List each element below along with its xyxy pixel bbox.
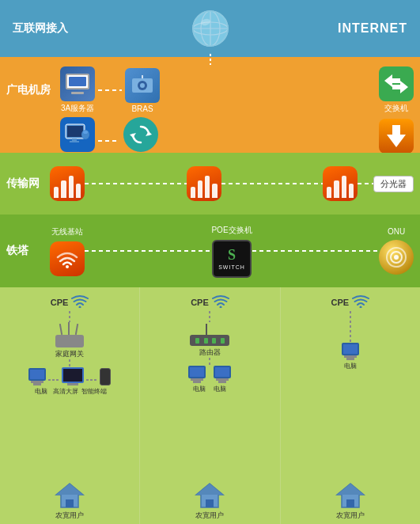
management-svg [65,123,90,146]
monitor-stand-base [71,92,84,94]
pc-stand [33,383,41,385]
svg-point-18 [83,131,88,134]
onu-icon [379,240,414,275]
bras-label: BRAS [131,104,153,113]
wireless-base-item: 无线基站 [50,226,85,276]
col2-devices-row [188,366,231,383]
col1-dev-label-3: 智能终端 [81,387,107,396]
splitter-item: 分光器 [373,176,414,192]
rport-2 [204,338,208,344]
rport-1 [195,338,199,344]
col1-device-mobile [100,368,111,385]
transport-dash-1 [85,183,187,184]
svg-point-26 [79,306,81,309]
internet-label: 互联网接入 [13,21,68,36]
wireless-base-icon [50,241,85,276]
transport-bar-1 [50,166,85,201]
wifi-svg [56,249,78,268]
col3-house-item: 农宽用户 [335,482,365,521]
col2-house-svg [195,482,225,509]
svg-rect-14 [67,126,83,137]
bar-3a [327,187,331,198]
bar-2d [212,184,217,198]
col1-user-label: 农宽用户 [55,511,84,521]
pc3-stand [218,381,226,383]
datacenter-section: 广电机房 3A服务器 [0,62,420,153]
onu-item: ONU [379,227,414,275]
home-col-3: CPE [281,287,420,524]
svg-rect-32 [206,499,214,507]
transport-icons: 分光器 [50,166,414,201]
bar-3c [342,176,346,198]
col1-dev-label-2: 高清大屏 [53,387,78,396]
switch-item: 交换机 [379,66,414,114]
globe-icon [190,8,231,49]
col3-v-dash-1 [350,311,351,343]
col3-wifi-signal [352,294,369,311]
col3-cpe-row: CPE [331,294,370,311]
dash-mgmt-wc [98,140,118,142]
col1-house-svg [55,482,85,509]
tower-icons: 无线基站 POE交换机 S SWITCH [50,225,414,278]
col2-device-pc2 [214,366,231,383]
svg-rect-16 [70,141,79,142]
dash-3a-bras [98,89,122,91]
bar-1b [61,180,66,198]
col1-gateway-icon [54,322,85,347]
onu-svg [385,246,407,268]
col1-device-tv [62,367,84,385]
svg-point-30 [219,306,221,309]
switch-label: 交换机 [384,103,408,114]
bras-svg-icon [131,74,154,97]
col1-dev-label-1: 电脑 [32,387,50,396]
col1-device-labels: 电脑 高清大屏 智能终端 [32,387,107,396]
internet-icon-group [190,8,231,49]
wc-svg [130,123,152,146]
col2-wifi-signal [212,294,229,311]
home-col-1: CPE [0,287,140,524]
col2-device-labels: 电脑 电脑 [193,385,226,393]
col3-house-svg [335,482,365,509]
svg-rect-15 [72,139,77,141]
pc2-stand [193,381,201,383]
col2-dev-label-1: 电脑 [193,385,206,393]
col2-router-label: 路由器 [199,347,221,358]
switch-letter: S [228,248,236,262]
rport-3 [212,338,216,344]
col2-v-dash-1 [209,311,210,322]
col1-cpe-row: CPE [51,294,89,311]
col3-cpe-label: CPE [331,298,350,307]
col2-cpe-row: CPE [191,294,229,311]
rport-4 [221,338,225,344]
poe-switch-icon: S SWITCH [212,240,252,278]
svg-rect-28 [66,499,74,507]
col3-dev-label-1: 电脑 [344,362,357,370]
pc2-screen [188,366,206,378]
3a-server-item: 3A服务器 [60,66,95,114]
switch-text: SWITCH [218,264,245,270]
gw-ant-2 [68,322,70,335]
3a-server-icon [60,66,95,101]
home-section: CPE [0,287,420,524]
tower-dash-2 [252,250,379,252]
bar-3b [334,180,339,198]
col3-device-labels: 电脑 [344,362,357,370]
mobile-body [100,368,111,385]
internet-section: 互联网接入 INTERNET [0,0,420,57]
svg-marker-37 [337,484,364,495]
col1-dash-dev-2 [86,379,97,381]
tower-section: 铁塔 无线基站 POE交换机 [0,215,420,287]
bras-icon [125,68,160,103]
datacenter-label: 广电机房 [6,83,54,97]
wireless-controller-icon [123,117,158,152]
transport-dash-3 [358,183,373,184]
connector-1-2 [0,57,420,62]
col2-house-item: 农宽用户 [195,482,225,521]
olt-icon [379,119,414,154]
management-icon [60,117,95,152]
bar-2b [198,180,202,198]
v-dash-1-2 [210,54,211,65]
col2-device-pc1 [188,366,206,383]
3a-server-label: 3A服务器 [61,103,94,114]
bar-2a [191,187,195,198]
